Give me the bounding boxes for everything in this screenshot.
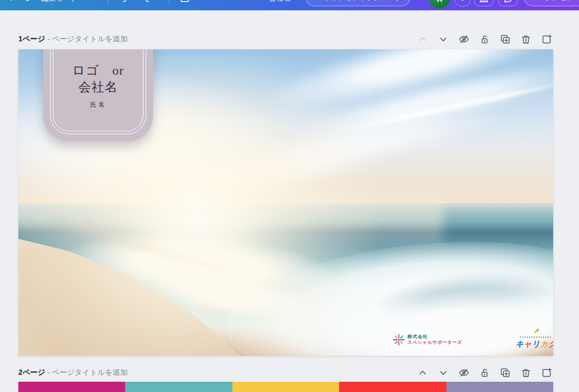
brand-mark-icon	[533, 328, 539, 333]
company-logo[interactable]: 株式会社 スペシャルサポーターズ	[393, 333, 462, 346]
company-logo-line2: スペシャルサポーターズ	[407, 340, 462, 346]
brand-tagline	[520, 336, 552, 338]
color-block	[446, 382, 553, 392]
duplicate-page-button[interactable]	[498, 366, 512, 379]
color-block	[18, 382, 125, 392]
trash-icon	[520, 34, 531, 45]
lock-page-button[interactable]	[477, 366, 491, 379]
eye-off-icon	[458, 367, 469, 378]
hide-page-button[interactable]	[457, 366, 471, 379]
pen-icon	[25, 0, 35, 3]
bar-chart-icon	[479, 0, 489, 3]
color-block	[339, 382, 446, 392]
toolbar-divider	[169, 0, 169, 4]
color-strip	[18, 382, 553, 392]
plus-icon: +	[460, 0, 465, 3]
design-title[interactable]: 会社名	[269, 0, 291, 4]
career-brand-text: キャリカク	[513, 339, 553, 350]
avatar-letter: X	[437, 0, 442, 3]
move-page-down-button[interactable]	[436, 32, 450, 46]
company-logo-line1: 株式会社	[407, 334, 462, 340]
eye-off-icon	[458, 34, 469, 45]
delete-page-button[interactable]	[519, 32, 533, 46]
person-name-line: 氏名	[43, 100, 153, 109]
insights-button[interactable]	[474, 0, 493, 6]
undo-button[interactable]	[115, 0, 131, 6]
resize-icon	[179, 0, 191, 3]
duplicate-icon	[500, 34, 511, 45]
undo-icon	[117, 0, 129, 3]
redo-icon	[143, 0, 155, 3]
company-name-line: 会社名	[43, 79, 153, 95]
add-page-icon	[541, 34, 552, 45]
chevron-left-icon	[5, 0, 15, 3]
top-toolbar: 編集モード 会社名 プランをアップグレード X +	[0, 0, 579, 10]
present-button[interactable]: プレゼン	[524, 0, 579, 6]
back-button[interactable]	[2, 0, 18, 6]
resize-button[interactable]	[177, 0, 193, 6]
page-2-controls	[415, 366, 553, 379]
unlock-icon	[479, 367, 490, 378]
canva-editor-window: 編集モード 会社名 プランをアップグレード X +	[0, 0, 579, 392]
page-2-canvas[interactable]	[18, 381, 553, 392]
page-2-number: 2ページ	[18, 367, 45, 378]
page-1-canvas[interactable]: ロゴ or 会社名 氏名 株式会社 スペシャルサポーターズ	[18, 49, 553, 356]
comments-button[interactable]	[498, 0, 518, 6]
career-brand-logo[interactable]: キャリカク	[513, 326, 553, 350]
flower-mark-icon	[393, 333, 405, 346]
lock-page-button[interactable]	[477, 32, 491, 46]
color-block	[125, 382, 232, 392]
chevron-down-icon	[438, 367, 449, 378]
duplicate-icon	[500, 367, 511, 378]
crown-icon	[314, 0, 320, 2]
unlock-icon	[479, 34, 490, 45]
user-avatar[interactable]: X	[429, 0, 450, 9]
trash-icon	[520, 367, 531, 378]
delete-page-button[interactable]	[519, 366, 533, 379]
chevron-up-icon	[417, 367, 428, 378]
move-page-up-button[interactable]	[415, 366, 429, 379]
comment-bubble-icon	[503, 0, 513, 3]
page-1-number: 1ページ	[18, 34, 45, 44]
move-page-up-button[interactable]	[415, 32, 429, 46]
edit-mode-label: 編集モード	[41, 0, 77, 4]
page-2-header: 2ページ - ページタイトルを追加	[18, 366, 553, 379]
page-1-controls	[415, 32, 553, 46]
redo-button[interactable]	[141, 0, 157, 6]
edit-mode-button[interactable]	[22, 0, 38, 6]
chevron-up-icon	[417, 34, 428, 45]
present-label: プレゼン	[545, 0, 574, 3]
add-page-button[interactable]	[539, 32, 553, 46]
page-1-title-placeholder[interactable]: - ページタイトルを追加	[45, 34, 128, 44]
upgrade-plan-label: プランをアップグレード	[324, 0, 402, 3]
chevron-down-icon	[438, 34, 449, 45]
page-1-header: 1ページ - ページタイトルを追加	[18, 32, 553, 46]
color-block	[232, 382, 339, 392]
hide-page-button[interactable]	[457, 32, 471, 46]
logo-card[interactable]: ロゴ or 会社名 氏名	[43, 49, 153, 141]
upgrade-plan-button[interactable]: プランをアップグレード	[306, 0, 410, 6]
toolbar-divider	[108, 0, 108, 4]
add-page-button[interactable]	[539, 366, 553, 379]
add-page-icon	[541, 367, 552, 378]
invite-member-button[interactable]: +	[454, 0, 471, 7]
move-page-down-button[interactable]	[436, 366, 450, 379]
page-2-title-placeholder[interactable]: - ページタイトルを追加	[45, 367, 128, 378]
play-icon	[533, 0, 541, 2]
duplicate-page-button[interactable]	[498, 32, 512, 46]
logo-card-text[interactable]: ロゴ or 会社名 氏名	[43, 62, 153, 109]
logo-or-line: ロゴ or	[43, 62, 153, 79]
